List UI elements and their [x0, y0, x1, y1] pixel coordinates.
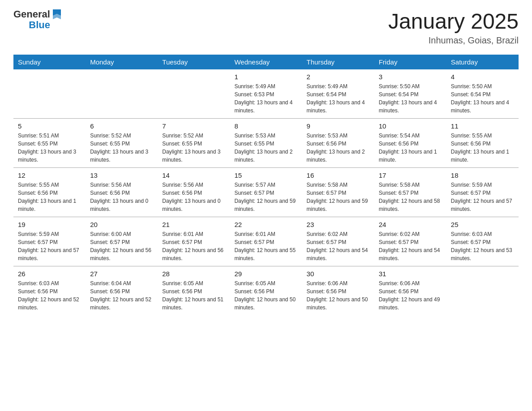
logo-general-text: General — [13, 9, 50, 20]
day-info: Sunrise: 6:02 AMSunset: 6:57 PMDaylight:… — [307, 230, 370, 262]
day-info: Sunrise: 5:49 AMSunset: 6:54 PMDaylight:… — [307, 82, 370, 115]
calendar-row: 1Sunrise: 5:49 AMSunset: 6:53 PMDaylight… — [13, 69, 519, 119]
day-info: Sunrise: 5:53 AMSunset: 6:55 PMDaylight:… — [234, 132, 297, 164]
day-number: 16 — [307, 171, 370, 179]
day-info: Sunrise: 5:58 AMSunset: 6:57 PMDaylight:… — [379, 181, 442, 213]
calendar-subtitle: Inhumas, Goias, Brazil — [388, 35, 519, 46]
day-number: 5 — [18, 122, 81, 130]
day-info: Sunrise: 6:04 AMSunset: 6:56 PMDaylight:… — [90, 279, 153, 312]
col-wednesday: Wednesday — [230, 55, 302, 69]
day-number: 26 — [18, 270, 81, 278]
calendar-title: January 2025 — [388, 9, 519, 34]
table-row: 4Sunrise: 5:50 AMSunset: 6:54 PMDaylight… — [446, 69, 519, 119]
calendar-row: 12Sunrise: 5:55 AMSunset: 6:56 PMDayligh… — [13, 168, 519, 217]
table-row — [446, 266, 519, 316]
day-info: Sunrise: 6:02 AMSunset: 6:57 PMDaylight:… — [379, 230, 442, 262]
table-row — [158, 69, 230, 119]
day-number: 12 — [18, 171, 81, 179]
day-info: Sunrise: 6:01 AMSunset: 6:57 PMDaylight:… — [162, 230, 225, 262]
day-info: Sunrise: 5:57 AMSunset: 6:57 PMDaylight:… — [234, 181, 297, 213]
col-sunday: Sunday — [13, 55, 86, 69]
day-number: 11 — [451, 122, 514, 130]
table-row — [86, 69, 158, 119]
day-info: Sunrise: 6:06 AMSunset: 6:56 PMDaylight:… — [379, 279, 442, 312]
day-number: 18 — [451, 171, 514, 179]
table-row: 24Sunrise: 6:02 AMSunset: 6:57 PMDayligh… — [374, 217, 446, 266]
day-info: Sunrise: 5:50 AMSunset: 6:54 PMDaylight:… — [379, 82, 442, 115]
day-number: 3 — [379, 73, 442, 81]
col-thursday: Thursday — [302, 55, 374, 69]
day-number: 20 — [90, 221, 153, 228]
table-row: 23Sunrise: 6:02 AMSunset: 6:57 PMDayligh… — [302, 217, 374, 266]
day-info: Sunrise: 5:59 AMSunset: 6:57 PMDaylight:… — [451, 181, 514, 213]
day-number: 30 — [307, 270, 370, 278]
col-tuesday: Tuesday — [158, 55, 230, 69]
day-number: 22 — [234, 221, 297, 228]
day-number: 23 — [307, 221, 370, 228]
table-row — [13, 69, 86, 119]
table-row: 8Sunrise: 5:53 AMSunset: 6:55 PMDaylight… — [230, 119, 302, 168]
day-number: 17 — [379, 171, 442, 179]
day-info: Sunrise: 6:05 AMSunset: 6:56 PMDaylight:… — [162, 279, 225, 312]
table-row: 2Sunrise: 5:49 AMSunset: 6:54 PMDaylight… — [302, 69, 374, 119]
day-number: 13 — [90, 171, 153, 179]
day-info: Sunrise: 5:52 AMSunset: 6:55 PMDaylight:… — [162, 132, 225, 164]
table-row: 6Sunrise: 5:52 AMSunset: 6:55 PMDaylight… — [86, 119, 158, 168]
day-info: Sunrise: 5:56 AMSunset: 6:56 PMDaylight:… — [162, 181, 225, 213]
day-number: 24 — [379, 221, 442, 228]
col-friday: Friday — [374, 55, 446, 69]
calendar-row: 5Sunrise: 5:51 AMSunset: 6:55 PMDaylight… — [13, 119, 519, 168]
table-row: 14Sunrise: 5:56 AMSunset: 6:56 PMDayligh… — [158, 168, 230, 217]
table-row: 12Sunrise: 5:55 AMSunset: 6:56 PMDayligh… — [13, 168, 86, 217]
table-row: 11Sunrise: 5:55 AMSunset: 6:56 PMDayligh… — [446, 119, 519, 168]
table-row: 18Sunrise: 5:59 AMSunset: 6:57 PMDayligh… — [446, 168, 519, 217]
day-info: Sunrise: 6:03 AMSunset: 6:57 PMDaylight:… — [451, 230, 514, 262]
table-row: 25Sunrise: 6:03 AMSunset: 6:57 PMDayligh… — [446, 217, 519, 266]
day-number: 31 — [379, 270, 442, 278]
table-row: 10Sunrise: 5:54 AMSunset: 6:56 PMDayligh… — [374, 119, 446, 168]
table-row: 28Sunrise: 6:05 AMSunset: 6:56 PMDayligh… — [158, 266, 230, 316]
day-info: Sunrise: 5:51 AMSunset: 6:55 PMDaylight:… — [18, 132, 81, 164]
table-row: 20Sunrise: 6:00 AMSunset: 6:57 PMDayligh… — [86, 217, 158, 266]
day-number: 7 — [162, 122, 225, 130]
day-number: 8 — [234, 122, 297, 130]
table-row: 27Sunrise: 6:04 AMSunset: 6:56 PMDayligh… — [86, 266, 158, 316]
day-number: 29 — [234, 270, 297, 278]
calendar-row: 26Sunrise: 6:03 AMSunset: 6:56 PMDayligh… — [13, 266, 519, 316]
calendar-header-row: Sunday Monday Tuesday Wednesday Thursday… — [13, 55, 519, 69]
day-info: Sunrise: 5:55 AMSunset: 6:56 PMDaylight:… — [18, 181, 81, 213]
table-row: 16Sunrise: 5:58 AMSunset: 6:57 PMDayligh… — [302, 168, 374, 217]
day-info: Sunrise: 5:52 AMSunset: 6:55 PMDaylight:… — [90, 132, 153, 164]
day-number: 21 — [162, 221, 225, 228]
logo-blue-text: Blue — [29, 20, 50, 30]
day-number: 10 — [379, 122, 442, 130]
day-number: 14 — [162, 171, 225, 179]
day-info: Sunrise: 5:49 AMSunset: 6:53 PMDaylight:… — [234, 82, 297, 115]
day-number: 9 — [307, 122, 370, 130]
table-row: 5Sunrise: 5:51 AMSunset: 6:55 PMDaylight… — [13, 119, 86, 168]
table-row: 7Sunrise: 5:52 AMSunset: 6:55 PMDaylight… — [158, 119, 230, 168]
calendar-row: 19Sunrise: 5:59 AMSunset: 6:57 PMDayligh… — [13, 217, 519, 266]
day-info: Sunrise: 5:59 AMSunset: 6:57 PMDaylight:… — [18, 230, 81, 262]
day-number: 25 — [451, 221, 514, 228]
logo: General Blue — [13, 9, 63, 30]
day-number: 1 — [234, 73, 297, 81]
day-number: 15 — [234, 171, 297, 179]
day-number: 6 — [90, 122, 153, 130]
day-info: Sunrise: 5:53 AMSunset: 6:56 PMDaylight:… — [307, 132, 370, 164]
col-monday: Monday — [86, 55, 158, 69]
table-row: 29Sunrise: 6:05 AMSunset: 6:56 PMDayligh… — [230, 266, 302, 316]
day-info: Sunrise: 6:01 AMSunset: 6:57 PMDaylight:… — [234, 230, 297, 262]
day-number: 4 — [451, 73, 514, 81]
table-row: 22Sunrise: 6:01 AMSunset: 6:57 PMDayligh… — [230, 217, 302, 266]
calendar-table: Sunday Monday Tuesday Wednesday Thursday… — [13, 55, 519, 315]
table-row: 31Sunrise: 6:06 AMSunset: 6:56 PMDayligh… — [374, 266, 446, 316]
day-number: 27 — [90, 270, 153, 278]
day-info: Sunrise: 5:55 AMSunset: 6:56 PMDaylight:… — [451, 132, 514, 164]
day-info: Sunrise: 6:06 AMSunset: 6:56 PMDaylight:… — [307, 279, 370, 312]
table-row: 21Sunrise: 6:01 AMSunset: 6:57 PMDayligh… — [158, 217, 230, 266]
col-saturday: Saturday — [446, 55, 519, 69]
day-info: Sunrise: 5:56 AMSunset: 6:56 PMDaylight:… — [90, 181, 153, 213]
day-info: Sunrise: 6:05 AMSunset: 6:56 PMDaylight:… — [234, 279, 297, 312]
day-info: Sunrise: 6:00 AMSunset: 6:57 PMDaylight:… — [90, 230, 153, 262]
